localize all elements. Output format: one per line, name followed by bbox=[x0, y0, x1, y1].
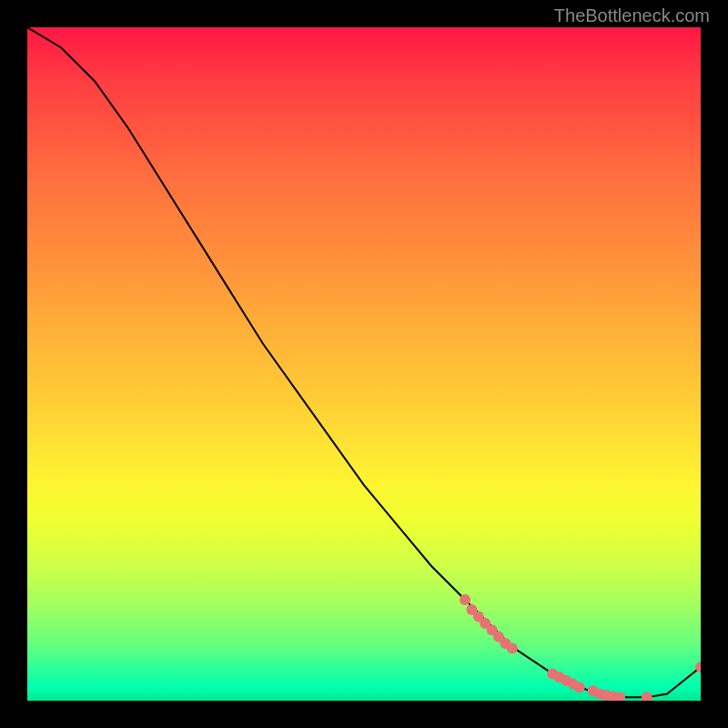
watermark-text: TheBottleneck.com bbox=[554, 5, 710, 26]
chart-svg bbox=[27, 27, 701, 701]
chart-marker bbox=[507, 642, 518, 653]
chart-line bbox=[27, 27, 701, 697]
chart-area bbox=[27, 27, 701, 701]
chart-marker bbox=[574, 682, 585, 693]
chart-marker bbox=[460, 594, 470, 605]
chart-marker bbox=[642, 692, 652, 701]
